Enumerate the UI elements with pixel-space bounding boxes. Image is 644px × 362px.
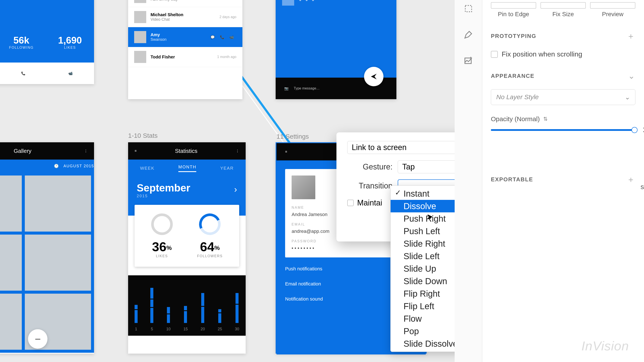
message-row[interactable]: Ana FranklinI am on my way5 minutes ago <box>128 0 242 7</box>
pen-tool-icon[interactable] <box>462 28 475 41</box>
bar-column: 1 <box>134 284 138 332</box>
stat-value: 36 <box>152 240 166 254</box>
side-toolbar <box>455 0 482 362</box>
artboard-profile[interactable]: ent Manager Francisco 45kLLOWERS 56kFOLL… <box>0 0 94 84</box>
gallery-date: AUGUST 2015 <box>64 164 94 168</box>
maintain-label-start: Maintai <box>357 198 382 208</box>
video-icon[interactable]: 📹 <box>230 35 234 39</box>
gallery-thumb[interactable] <box>25 176 91 232</box>
send-fab[interactable] <box>364 67 384 86</box>
camera-icon[interactable]: 📷 <box>284 86 288 90</box>
gallery-thumb[interactable] <box>25 234 91 291</box>
video-icon[interactable]: 📹 <box>68 71 73 76</box>
transition-label: Transition <box>347 181 392 190</box>
msg-time: 1 month ago <box>217 55 236 59</box>
stats-barchart: 151015202530 <box>128 275 246 336</box>
message-row[interactable]: Todd Fisher1 month ago <box>128 47 242 67</box>
more-icon[interactable]: ⋮ <box>236 149 239 153</box>
call-icon[interactable]: 📞 <box>21 71 26 76</box>
msg-name: Michael Shelton <box>150 12 220 17</box>
profile-stats: 45kLLOWERS 56kFOLLOWING 1,690LIKES <box>0 35 94 50</box>
tab-year[interactable]: YEAR <box>220 166 234 171</box>
profile-location: Francisco <box>0 0 86 1</box>
msg-preview: Video Chat <box>150 17 220 22</box>
opacity-label: Opacity (Normal) <box>491 115 540 123</box>
send-icon <box>370 72 378 81</box>
message-input-placeholder[interactable]: Type message… <box>294 86 320 90</box>
avatar <box>134 51 146 63</box>
fix-position-checkbox[interactable] <box>491 51 498 58</box>
call-icon[interactable]: 📞 <box>220 35 224 39</box>
msg-name: Amy <box>150 32 208 37</box>
gallery-thumb[interactable] <box>0 294 22 350</box>
zoom-out-button[interactable]: − <box>28 329 48 349</box>
avatar <box>282 0 294 6</box>
gallery-thumb[interactable] <box>0 176 22 232</box>
gallery-thumb[interactable] <box>0 234 22 291</box>
avatar <box>134 11 146 23</box>
pin-to-edge-button[interactable]: Pin to Edge <box>491 2 536 18</box>
opacity-slider[interactable]: 100% <box>491 129 635 131</box>
avatar <box>134 31 146 43</box>
image-tool-icon[interactable] <box>462 54 475 67</box>
stat-num: 1,690 <box>58 35 82 46</box>
bar-column: 5 <box>150 284 153 332</box>
msg-name: Todd Fisher <box>150 54 217 60</box>
message-row-active[interactable]: AmySwanson💬📞📹 <box>128 27 242 47</box>
gallery-title: Gallery <box>14 148 31 154</box>
toggle-label: Notification sound <box>285 296 323 302</box>
menu-icon[interactable]: ≡ <box>134 149 136 153</box>
link-screen-value: Link to a screen <box>352 143 406 152</box>
avatar <box>134 0 146 3</box>
chevron-right-icon[interactable]: › <box>234 184 237 194</box>
stat-num: 56k <box>9 35 34 46</box>
month-year: 2015 <box>137 194 237 198</box>
add-icon[interactable]: ＋ <box>627 30 635 42</box>
msg-preview: I am on my way <box>150 0 214 2</box>
typing-indicator: ● ● ● <box>299 0 316 2</box>
stat-label: FOLLOWING <box>9 46 34 50</box>
preview-button[interactable]: Preview <box>590 2 635 18</box>
section-exportable: EXPORTABLE <box>491 176 533 183</box>
toggle-label: Push notifications <box>285 266 322 272</box>
svg-rect-3 <box>465 6 472 12</box>
more-icon[interactable]: ⋮ <box>84 149 88 153</box>
add-icon[interactable]: ＋ <box>627 174 635 185</box>
slider-thumb[interactable] <box>632 127 638 133</box>
opacity-stepper-icon[interactable]: ⇅ <box>543 116 548 122</box>
stat-label: FOLLOWERS <box>197 254 222 258</box>
gesture-label: Gesture: <box>347 162 392 172</box>
invision-watermark: InVision <box>582 338 629 354</box>
bar-column: 20 <box>200 284 205 332</box>
gesture-value: Tap <box>402 162 415 172</box>
artboard-gallery[interactable]: allery ≡Gallery⋮ NTH VIEW🕐AUGUST 2015 <box>0 142 94 354</box>
collapse-icon[interactable]: ⌄ <box>628 71 635 81</box>
artboard-label: 11 Settings <box>276 133 309 140</box>
menu-icon[interactable]: ≡ <box>285 150 287 154</box>
stat-label: LIKES <box>151 254 173 258</box>
artboard-stats[interactable]: 1-10 Stats ≡Statistics⋮ WEEK MONTH YEAR … <box>128 142 246 354</box>
stat-value: 64 <box>200 240 214 254</box>
section-appearance: APPEARANCE <box>491 73 534 79</box>
frame-tool-icon[interactable] <box>462 2 475 15</box>
message-row[interactable]: Michael SheltonVideo Chat2 days ago <box>128 7 242 27</box>
clock-icon: 🕐 <box>54 164 59 168</box>
inspector-panel: Pin to Edge Fix Size Preview PROTOTYPING… <box>482 0 644 362</box>
layer-style-select[interactable]: No Layer Style⌄ <box>491 89 635 105</box>
opacity-value: 100% <box>643 126 644 134</box>
bar-column: 15 <box>183 284 188 332</box>
msg-time: 2 days ago <box>220 15 236 19</box>
artboard-chat[interactable]: ● ● ● 📷 Type message… <box>276 0 396 99</box>
profile-avatar[interactable] <box>292 176 315 199</box>
tab-month[interactable]: MONTH <box>178 164 196 172</box>
chat-icon[interactable]: 💬 <box>210 35 215 39</box>
maintain-scroll-checkbox[interactable] <box>347 200 354 206</box>
stat-label: LIKES <box>58 46 82 50</box>
artboard-label: 1-10 Stats <box>128 132 158 139</box>
fix-size-button[interactable]: Fix Size <box>540 2 586 18</box>
artboard-messages[interactable]: Ana FranklinI am on my way5 minutes ago … <box>128 0 242 99</box>
fix-position-label: Fix position when scrolling <box>502 50 582 58</box>
month-name: September <box>137 182 237 194</box>
bar-column: 10 <box>166 284 170 332</box>
tab-week[interactable]: WEEK <box>140 166 154 171</box>
